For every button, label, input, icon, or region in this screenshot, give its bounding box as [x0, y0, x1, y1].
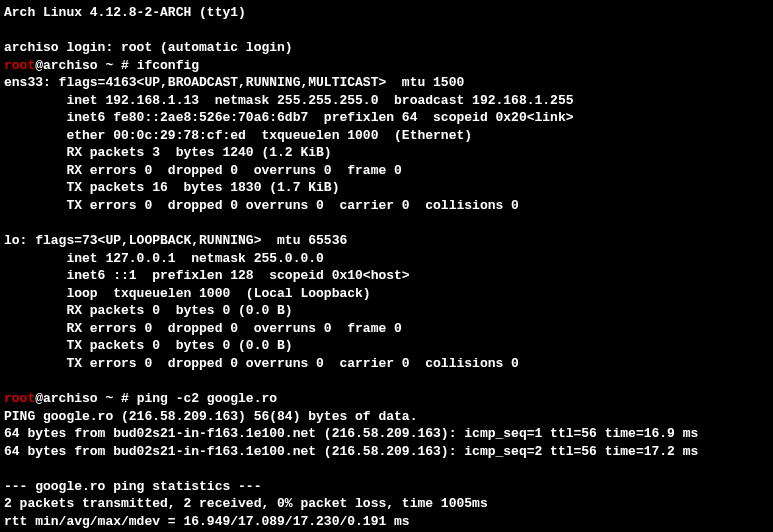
output-line: 64 bytes from bud02s21-in-f163.1e100.net…: [4, 443, 769, 461]
output-line: loop txqueuelen 1000 (Local Loopback): [4, 285, 769, 303]
output-line: inet6 fe80::2ae8:526e:70a6:6db7 prefixle…: [4, 109, 769, 127]
output-line: [4, 372, 769, 390]
output-line: inet 192.168.1.13 netmask 255.255.255.0 …: [4, 92, 769, 110]
output-line: rtt min/avg/max/mdev = 16.949/17.089/17.…: [4, 513, 769, 531]
ping-output: PING google.ro (216.58.209.163) 56(84) b…: [4, 408, 769, 531]
output-line: ether 00:0c:29:78:cf:ed txqueuelen 1000 …: [4, 127, 769, 145]
prompt-line-1[interactable]: root@archiso ~ # ifconfig: [4, 57, 769, 75]
command-text: ifconfig: [137, 58, 199, 73]
output-line: RX errors 0 dropped 0 overruns 0 frame 0: [4, 320, 769, 338]
prompt-host-path: @archiso ~ #: [35, 391, 136, 406]
login-line: archiso login: root (automatic login): [4, 39, 769, 57]
output-line: --- google.ro ping statistics ---: [4, 478, 769, 496]
prompt-line-2[interactable]: root@archiso ~ # ping -c2 google.ro: [4, 390, 769, 408]
output-line: [4, 460, 769, 478]
output-line: lo: flags=73<UP,LOOPBACK,RUNNING> mtu 65…: [4, 232, 769, 250]
output-line: ens33: flags=4163<UP,BROADCAST,RUNNING,M…: [4, 74, 769, 92]
kernel-header: Arch Linux 4.12.8-2-ARCH (tty1): [4, 4, 769, 22]
output-line: RX packets 3 bytes 1240 (1.2 KiB): [4, 144, 769, 162]
blank-line: [4, 22, 769, 40]
output-line: [4, 215, 769, 233]
ifconfig-output: ens33: flags=4163<UP,BROADCAST,RUNNING,M…: [4, 74, 769, 390]
output-line: TX packets 0 bytes 0 (0.0 B): [4, 337, 769, 355]
output-line: PING google.ro (216.58.209.163) 56(84) b…: [4, 408, 769, 426]
output-line: 2 packets transmitted, 2 received, 0% pa…: [4, 495, 769, 513]
output-line: RX errors 0 dropped 0 overruns 0 frame 0: [4, 162, 769, 180]
prompt-host-path: @archiso ~ #: [35, 58, 136, 73]
output-line: inet6 ::1 prefixlen 128 scopeid 0x10<hos…: [4, 267, 769, 285]
output-line: TX packets 16 bytes 1830 (1.7 KiB): [4, 179, 769, 197]
output-line: 64 bytes from bud02s21-in-f163.1e100.net…: [4, 425, 769, 443]
output-line: TX errors 0 dropped 0 overruns 0 carrier…: [4, 355, 769, 373]
output-line: TX errors 0 dropped 0 overruns 0 carrier…: [4, 197, 769, 215]
prompt-user: root: [4, 58, 35, 73]
output-line: inet 127.0.0.1 netmask 255.0.0.0: [4, 250, 769, 268]
command-text: ping -c2 google.ro: [137, 391, 277, 406]
prompt-user: root: [4, 391, 35, 406]
output-line: RX packets 0 bytes 0 (0.0 B): [4, 302, 769, 320]
